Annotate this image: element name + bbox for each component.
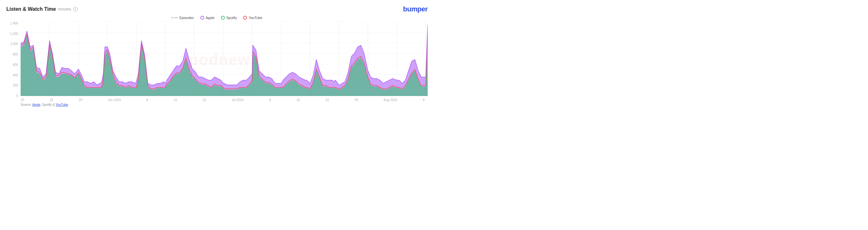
y-label-0: 0	[16, 94, 18, 98]
x-label-15: 15	[21, 98, 24, 102]
legend-episodes-label: Episodes	[180, 16, 194, 20]
main-container: Listen & Watch Time minutes ? bumper Epi…	[0, 0, 434, 115]
brand-logo: bumper	[403, 5, 428, 13]
title-subtitle: minutes	[58, 7, 71, 11]
x-label-29: 29	[79, 98, 82, 102]
x-label-8-jul: 8	[269, 98, 271, 102]
x-label-15-jun: 15	[174, 98, 177, 102]
chart-wrapper: 1,400 1,200 1,000 800 600 400 200 0 podn…	[6, 22, 428, 98]
legend-youtube: YouTube	[243, 16, 262, 20]
spotify-circle-icon	[221, 16, 225, 20]
x-label-29-jul: 29	[354, 98, 358, 102]
x-axis: 15 22 29 Jun 2024 8 15 22 Jul 2024 8 15 …	[21, 98, 425, 102]
episodes-line-icon	[172, 18, 178, 18]
legend-apple-label: Apple	[206, 16, 215, 20]
y-label-1200: 1,200	[10, 32, 18, 35]
header: Listen & Watch Time minutes ? bumper	[6, 5, 428, 13]
x-label-22-jul: 22	[326, 98, 329, 102]
help-icon[interactable]: ?	[73, 7, 78, 11]
source-line: Source: Apple, Spotify & YouTube	[21, 103, 428, 106]
chart-svg-area: podnews	[21, 22, 428, 98]
x-label-22-jun: 22	[203, 98, 206, 102]
y-label-200: 200	[13, 84, 18, 87]
y-axis: 1,400 1,200 1,000 800 600 400 200 0	[6, 22, 21, 98]
x-label-8-jun: 8	[147, 98, 148, 102]
apple-circle-icon	[200, 16, 204, 20]
x-label-jul2024: Jul 2024	[232, 98, 244, 102]
legend-youtube-label: YouTube	[249, 16, 262, 20]
y-label-800: 800	[13, 53, 18, 56]
x-label-15-jul: 15	[297, 98, 300, 102]
chart-legend: Episodes Apple Spotify YouTube	[6, 16, 428, 20]
source-middle: , Spotify &	[40, 103, 56, 106]
title-area: Listen & Watch Time minutes ?	[6, 6, 78, 12]
source-prefix: Source:	[21, 103, 32, 106]
x-label-22: 22	[50, 98, 53, 102]
x-label-8-aug: 8	[423, 98, 425, 102]
legend-apple: Apple	[200, 16, 215, 20]
x-label-aug2024: Aug 2024	[383, 98, 397, 102]
y-label-1000: 1,000	[10, 42, 18, 45]
page-title: Listen & Watch Time	[6, 6, 56, 12]
chart-svg	[21, 22, 428, 98]
x-label-jun2024: Jun 2024	[108, 98, 121, 102]
source-youtube-link[interactable]: YouTube	[56, 103, 68, 106]
legend-episodes: Episodes	[172, 16, 194, 20]
y-label-600: 600	[13, 63, 18, 67]
legend-spotify: Spotify	[221, 16, 237, 20]
source-apple-link[interactable]: Apple	[32, 103, 40, 106]
legend-spotify-label: Spotify	[226, 16, 237, 20]
y-label-1400: 1,400	[10, 22, 18, 25]
youtube-circle-icon	[243, 16, 247, 20]
y-label-400: 400	[13, 73, 18, 77]
